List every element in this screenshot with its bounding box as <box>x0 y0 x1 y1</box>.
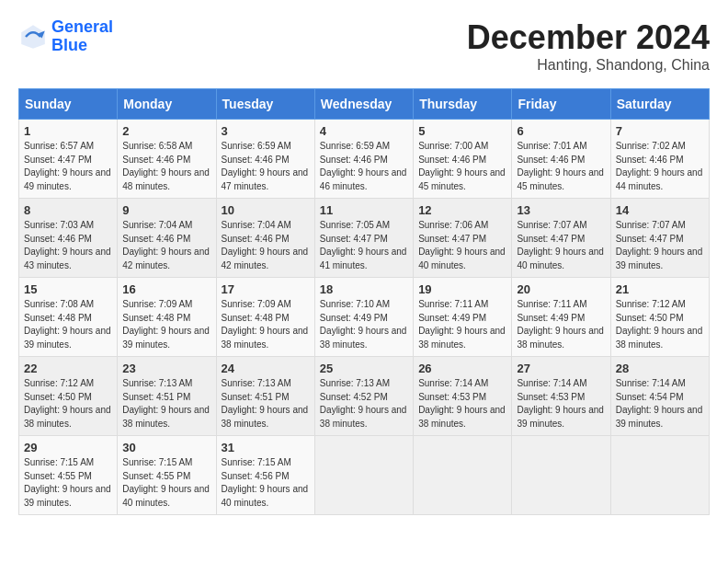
calendar-cell: 23Sunrise: 7:13 AMSunset: 4:51 PMDayligh… <box>118 357 216 436</box>
day-number: 29 <box>24 441 112 454</box>
day-info: Sunrise: 7:03 AMSunset: 4:46 PMDaylight:… <box>24 220 111 270</box>
header: General Blue December 2024 Hanting, Shan… <box>18 18 710 74</box>
day-info: Sunrise: 7:14 AMSunset: 4:53 PMDaylight:… <box>418 378 506 429</box>
day-number: 7 <box>616 124 704 138</box>
day-number: 31 <box>222 441 310 454</box>
calendar-cell: 26Sunrise: 7:14 AMSunset: 4:53 PMDayligh… <box>414 357 512 436</box>
day-number: 21 <box>616 282 704 296</box>
day-info: Sunrise: 7:11 AMSunset: 4:49 PMDaylight:… <box>418 299 506 350</box>
calendar-cell <box>314 436 413 515</box>
day-number: 23 <box>122 362 210 375</box>
day-number: 16 <box>122 282 210 296</box>
day-info: Sunrise: 7:13 AMSunset: 4:51 PMDaylight:… <box>222 378 309 429</box>
day-info: Sunrise: 7:02 AMSunset: 4:46 PMDaylight:… <box>616 141 703 191</box>
calendar-cell: 18Sunrise: 7:10 AMSunset: 4:49 PMDayligh… <box>314 278 413 357</box>
calendar-week-1: 1Sunrise: 6:57 AMSunset: 4:47 PMDaylight… <box>19 120 710 199</box>
calendar-cell: 20Sunrise: 7:11 AMSunset: 4:49 PMDayligh… <box>512 278 610 357</box>
calendar-cell <box>414 436 512 515</box>
day-info: Sunrise: 6:57 AMSunset: 4:47 PMDaylight:… <box>24 141 111 191</box>
day-info: Sunrise: 7:12 AMSunset: 4:50 PMDaylight:… <box>616 299 703 350</box>
day-number: 6 <box>517 124 605 138</box>
day-number: 9 <box>122 203 210 217</box>
calendar-table: SundayMondayTuesdayWednesdayThursdayFrid… <box>18 88 710 515</box>
weekday-header-saturday: Saturday <box>610 89 709 120</box>
calendar-cell: 3Sunrise: 6:59 AMSunset: 4:46 PMDaylight… <box>216 120 314 199</box>
day-info: Sunrise: 6:59 AMSunset: 4:46 PMDaylight:… <box>222 141 309 191</box>
day-number: 15 <box>24 282 112 296</box>
calendar-cell: 30Sunrise: 7:15 AMSunset: 4:55 PMDayligh… <box>118 436 216 515</box>
page-subtitle: Hanting, Shandong, China <box>467 57 710 74</box>
day-info: Sunrise: 7:07 AMSunset: 4:47 PMDaylight:… <box>517 220 604 270</box>
day-number: 24 <box>222 362 310 375</box>
calendar-cell: 2Sunrise: 6:58 AMSunset: 4:46 PMDaylight… <box>118 120 216 199</box>
day-info: Sunrise: 7:13 AMSunset: 4:51 PMDaylight:… <box>122 378 210 429</box>
day-number: 4 <box>320 124 408 138</box>
calendar-cell: 17Sunrise: 7:09 AMSunset: 4:48 PMDayligh… <box>216 278 314 357</box>
calendar-cell: 5Sunrise: 7:00 AMSunset: 4:46 PMDaylight… <box>414 120 512 199</box>
day-info: Sunrise: 7:09 AMSunset: 4:48 PMDaylight:… <box>222 299 309 350</box>
day-info: Sunrise: 7:00 AMSunset: 4:46 PMDaylight:… <box>418 141 506 191</box>
calendar-cell: 16Sunrise: 7:09 AMSunset: 4:48 PMDayligh… <box>118 278 216 357</box>
calendar-body: 1Sunrise: 6:57 AMSunset: 4:47 PMDaylight… <box>19 120 710 515</box>
day-number: 13 <box>517 203 605 217</box>
logo: General Blue <box>18 18 113 55</box>
day-number: 22 <box>24 362 112 375</box>
day-info: Sunrise: 7:04 AMSunset: 4:46 PMDaylight:… <box>122 220 210 270</box>
day-number: 14 <box>616 203 704 217</box>
weekday-header-thursday: Thursday <box>414 89 512 120</box>
logo-icon <box>18 22 48 52</box>
weekday-header-monday: Monday <box>118 89 216 120</box>
day-info: Sunrise: 7:08 AMSunset: 4:48 PMDaylight:… <box>24 299 111 350</box>
day-info: Sunrise: 7:04 AMSunset: 4:46 PMDaylight:… <box>222 220 309 270</box>
calendar-cell: 21Sunrise: 7:12 AMSunset: 4:50 PMDayligh… <box>610 278 709 357</box>
weekday-header-friday: Friday <box>512 89 610 120</box>
calendar-cell: 12Sunrise: 7:06 AMSunset: 4:47 PMDayligh… <box>414 199 512 278</box>
day-info: Sunrise: 7:11 AMSunset: 4:49 PMDaylight:… <box>517 299 604 350</box>
day-info: Sunrise: 7:13 AMSunset: 4:52 PMDaylight:… <box>320 378 407 429</box>
day-number: 20 <box>517 282 605 296</box>
calendar-cell: 10Sunrise: 7:04 AMSunset: 4:46 PMDayligh… <box>216 199 314 278</box>
calendar-cell: 7Sunrise: 7:02 AMSunset: 4:46 PMDaylight… <box>610 120 709 199</box>
day-info: Sunrise: 7:15 AMSunset: 4:55 PMDaylight:… <box>122 457 210 508</box>
calendar-cell: 15Sunrise: 7:08 AMSunset: 4:48 PMDayligh… <box>19 278 118 357</box>
calendar-cell: 9Sunrise: 7:04 AMSunset: 4:46 PMDaylight… <box>118 199 216 278</box>
day-number: 2 <box>122 124 210 138</box>
day-info: Sunrise: 7:01 AMSunset: 4:46 PMDaylight:… <box>517 141 604 191</box>
calendar-cell: 24Sunrise: 7:13 AMSunset: 4:51 PMDayligh… <box>216 357 314 436</box>
calendar-cell <box>512 436 610 515</box>
day-number: 19 <box>418 282 506 296</box>
calendar-cell <box>610 436 709 515</box>
calendar-header-row: SundayMondayTuesdayWednesdayThursdayFrid… <box>19 89 710 120</box>
day-info: Sunrise: 7:10 AMSunset: 4:49 PMDaylight:… <box>320 299 407 350</box>
calendar-cell: 6Sunrise: 7:01 AMSunset: 4:46 PMDaylight… <box>512 120 610 199</box>
calendar-cell: 13Sunrise: 7:07 AMSunset: 4:47 PMDayligh… <box>512 199 610 278</box>
day-number: 30 <box>122 441 210 454</box>
day-number: 10 <box>222 203 310 217</box>
day-number: 26 <box>418 362 506 375</box>
calendar-week-4: 22Sunrise: 7:12 AMSunset: 4:50 PMDayligh… <box>19 357 710 436</box>
day-number: 25 <box>320 362 408 375</box>
calendar-cell: 31Sunrise: 7:15 AMSunset: 4:56 PMDayligh… <box>216 436 314 515</box>
day-info: Sunrise: 7:09 AMSunset: 4:48 PMDaylight:… <box>122 299 210 350</box>
calendar-week-2: 8Sunrise: 7:03 AMSunset: 4:46 PMDaylight… <box>19 199 710 278</box>
calendar-cell: 25Sunrise: 7:13 AMSunset: 4:52 PMDayligh… <box>314 357 413 436</box>
calendar-cell: 8Sunrise: 7:03 AMSunset: 4:46 PMDaylight… <box>19 199 118 278</box>
day-info: Sunrise: 7:05 AMSunset: 4:47 PMDaylight:… <box>320 220 407 270</box>
page-title: December 2024 <box>467 18 710 57</box>
day-info: Sunrise: 7:06 AMSunset: 4:47 PMDaylight:… <box>418 220 506 270</box>
day-number: 17 <box>222 282 310 296</box>
day-info: Sunrise: 7:15 AMSunset: 4:55 PMDaylight:… <box>24 457 111 508</box>
calendar-cell: 19Sunrise: 7:11 AMSunset: 4:49 PMDayligh… <box>414 278 512 357</box>
calendar-cell: 29Sunrise: 7:15 AMSunset: 4:55 PMDayligh… <box>19 436 118 515</box>
calendar-cell: 4Sunrise: 6:59 AMSunset: 4:46 PMDaylight… <box>314 120 413 199</box>
logo-line1: General <box>51 18 113 37</box>
calendar-cell: 22Sunrise: 7:12 AMSunset: 4:50 PMDayligh… <box>19 357 118 436</box>
calendar-cell: 27Sunrise: 7:14 AMSunset: 4:53 PMDayligh… <box>512 357 610 436</box>
day-info: Sunrise: 6:59 AMSunset: 4:46 PMDaylight:… <box>320 141 407 191</box>
day-number: 27 <box>517 362 605 375</box>
calendar-week-5: 29Sunrise: 7:15 AMSunset: 4:55 PMDayligh… <box>19 436 710 515</box>
logo-line2: Blue <box>51 37 113 55</box>
day-number: 11 <box>320 203 408 217</box>
day-info: Sunrise: 7:15 AMSunset: 4:56 PMDaylight:… <box>222 457 309 508</box>
day-info: Sunrise: 7:14 AMSunset: 4:53 PMDaylight:… <box>517 378 604 429</box>
